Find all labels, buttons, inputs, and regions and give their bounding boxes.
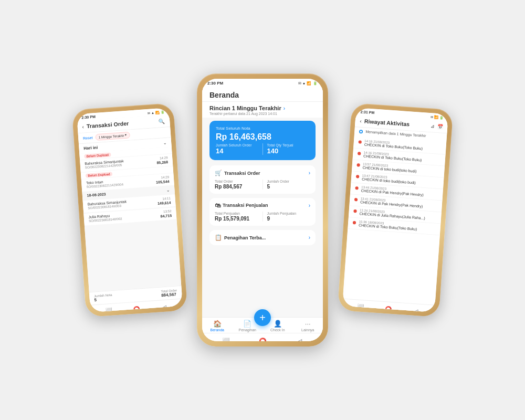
amount-1: 85,268 — [156, 160, 168, 165]
right-nav-back-btn[interactable]: ◁ — [412, 307, 421, 312]
stat2-value: 140 — [267, 147, 310, 155]
activity-dot-1 — [358, 152, 361, 155]
rincian-row: Rincian 1 Minggu Terakhir › — [209, 105, 316, 111]
activity-list: 14:16 21/08/2023 CHECKIN di Toko Buku(To… — [343, 135, 446, 305]
order-jumlah-value: 5 — [267, 184, 311, 190]
order-total-value: Rp 884,567 — [215, 184, 258, 190]
amount-2: 105,544 — [156, 180, 170, 185]
back-arrow-icon[interactable]: ‹ — [82, 124, 84, 130]
reset-button[interactable]: Reset — [83, 135, 93, 140]
center-page-title: Beranda — [209, 91, 316, 99]
right-nav-circle-btn[interactable]: ⭕ — [384, 304, 393, 312]
rincian-section: Rincian 1 Minggu Terakhir › Terakhir per… — [202, 102, 323, 118]
activity-dot-5 — [354, 198, 358, 202]
search-icon[interactable]: 🔍 — [159, 118, 165, 124]
penagihan-card[interactable]: 📋 Penagihan Terba... › — [209, 230, 316, 245]
transaksi-order-title: 🛒 Transaksi Order — [215, 170, 260, 176]
center-nav-back-btn[interactable]: ◁ — [295, 337, 304, 341]
order-jumlah-label: Jumlah Order — [267, 180, 311, 183]
stat1-label: Jumlah Seluruh Order — [216, 143, 258, 147]
chevron-icon: ▾ — [125, 133, 127, 137]
activity-dot-3 — [356, 175, 360, 178]
footer-order: Total Order 884,567 — [161, 289, 177, 298]
blue-card: Total Seluruh Nota Rp 16,463,658 Jumlah … — [209, 121, 316, 160]
center-nav-circle-btn[interactable]: ⭕ — [258, 337, 267, 341]
notice-dot — [359, 130, 363, 134]
stat-col-2: Total Qty Terjual 140 — [263, 143, 310, 155]
right-time: 2:31 PM — [360, 110, 374, 115]
transaksi-penjualan-title: 🛍 Transaksi Penjualan — [215, 202, 268, 208]
right-screen-content: ‹ Riwayat Aktivitas ⊿ 📅 Menampilkan data… — [342, 114, 448, 312]
stat-col-1: Jumlah Seluruh Order 14 — [216, 143, 263, 155]
more-icon: ··· — [305, 320, 311, 328]
footer-order-value: 884,567 — [161, 292, 177, 298]
stat2-label: Total Qty Terjual — [267, 143, 310, 147]
transaksi-order-card[interactable]: 🛒 Transaksi Order › Total Order Rp 884,5… — [209, 165, 316, 194]
battery-icon: 🔋 — [160, 110, 164, 114]
right-header-title: Riwayat Aktivitas — [364, 118, 428, 129]
nav-lainnya[interactable]: ··· Lainnya — [293, 320, 323, 332]
center-nav-home-btn[interactable]: ⬜ — [221, 337, 230, 341]
filter-label: 1 Minggu Terakhir — [99, 134, 124, 139]
nav-back-btn[interactable]: ◁ — [160, 303, 169, 312]
order-arrow-icon[interactable]: › — [309, 170, 310, 176]
bill-icon: 📋 — [215, 234, 222, 241]
left-phone-screen: 2:30 PM ✉ ▲ 📶 🔋 ‹ Transaksi Order 🔍 Rese — [77, 108, 183, 312]
transaksi-penjualan-card[interactable]: 🛍 Transaksi Penjualan › Total Penjualan … — [209, 198, 316, 226]
rincian-arrow-icon[interactable]: › — [284, 106, 285, 111]
msg-icon: ✉ — [148, 111, 151, 115]
date-label: 18-08-2023 — [87, 192, 106, 198]
date-chevron-icon: ⌄ — [166, 188, 170, 193]
left-screen-content: ‹ Transaksi Order 🔍 Reset 1 Minggu Terak… — [77, 114, 183, 312]
center-status-bar: 2:30 PM ✉ ● 📶 🔋 — [202, 79, 323, 87]
order-total-label: Total Order — [215, 180, 258, 183]
transaksi-penjualan-header: 🛍 Transaksi Penjualan › — [215, 202, 310, 208]
home-icon: 🏠 — [213, 320, 222, 328]
transaksi-order-stats: Total Order Rp 884,567 Jumlah Order 5 — [215, 180, 310, 190]
calendar-icon[interactable]: 📅 — [437, 124, 443, 129]
filter-chip[interactable]: 1 Minggu Terakhir ▾ — [95, 132, 130, 141]
activity-dot-2 — [356, 163, 360, 167]
right-battery-icon: 🔋 — [439, 116, 444, 120]
center-header: Beranda — [202, 87, 323, 102]
amount-4: 84,715 — [160, 214, 172, 218]
scene: 2:30 PM ✉ ▲ 📶 🔋 ‹ Transaksi Order 🔍 Rese — [72, 74, 453, 346]
penjualan-total-value: Rp 15,579,091 — [215, 216, 258, 222]
penjualan-jumlah-value: 9 — [267, 216, 311, 222]
penagihan-nav-icon: 📄 — [243, 320, 251, 328]
transaksi-order-header: 🛒 Transaksi Order › — [215, 170, 310, 176]
nav-home-btn[interactable]: ⬜ — [104, 307, 113, 312]
nav-circle-btn[interactable]: ⭕ — [132, 304, 141, 312]
penjualan-arrow-icon[interactable]: › — [309, 203, 310, 208]
footer-nota: Jumlah Nota 5 — [94, 293, 113, 302]
shop-icon: 🛍 — [215, 202, 220, 208]
left-phone: 2:30 PM ✉ ▲ 📶 🔋 ‹ Transaksi Order 🔍 Rese — [72, 103, 188, 318]
right-msg-icon: ✉ — [430, 115, 434, 119]
nav-checkin-label: Check In — [270, 328, 285, 332]
center-spacer — [202, 247, 323, 317]
nav-beranda[interactable]: 🏠 Beranda — [202, 320, 233, 332]
center-dot: ● — [303, 81, 305, 85]
card-title: Total Seluruh Nota — [216, 126, 309, 131]
badge-text-1: Belum Dupload — [84, 152, 111, 158]
right-signal-icon: 📶 — [434, 116, 438, 120]
penjualan-jumlah-label: Jumlah Penjualan — [267, 212, 311, 215]
fab-button[interactable]: + — [254, 309, 271, 326]
penagihan-arrow-icon[interactable]: › — [309, 235, 310, 240]
transaksi-penjualan-stats: Total Penjualan Rp 15,579,091 Jumlah Pen… — [215, 212, 310, 222]
center-time: 2:30 PM — [207, 81, 223, 86]
center-msg-icon: ✉ — [298, 81, 301, 86]
left-time: 2:30 PM — [81, 114, 96, 120]
cart-icon: 🛒 — [215, 170, 222, 176]
right-back-icon[interactable]: ‹ — [360, 118, 362, 124]
left-status-icons: ✉ ▲ 📶 🔋 — [148, 110, 165, 115]
left-header-title: Transaksi Order — [87, 118, 156, 130]
filter-icon[interactable]: ⊿ — [430, 123, 435, 129]
activity-dot-0 — [358, 140, 362, 144]
center-battery-icon: 🔋 — [313, 81, 318, 86]
order-stat-2: Jumlah Order 5 — [263, 180, 311, 190]
today-label: Hari ini — [83, 145, 98, 151]
wifi-icon: 📶 — [155, 110, 160, 114]
right-nav-home-btn[interactable]: ⬜ — [356, 303, 365, 312]
center-screen-content: Beranda Rincian 1 Minggu Terakhir › Tera… — [202, 87, 323, 341]
